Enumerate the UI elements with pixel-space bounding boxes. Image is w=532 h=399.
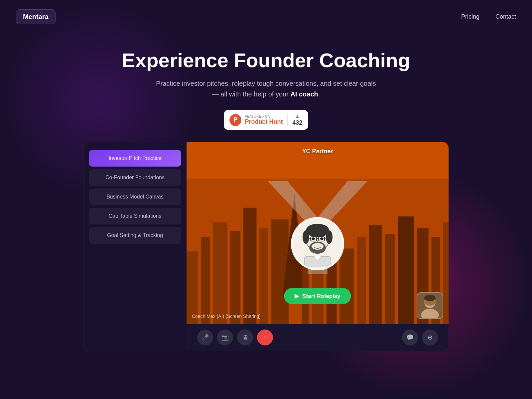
ph-featured-on: FEATURED ON: [245, 115, 270, 118]
sidebar-item-cap-table[interactable]: Cap Table Simulations: [89, 208, 181, 224]
ph-count: ▲ 432: [292, 113, 302, 126]
start-roleplay-button[interactable]: ▶ Start Roleplay: [284, 288, 351, 304]
ph-icon: P: [229, 114, 241, 126]
ph-label: Product Hunt: [245, 118, 283, 125]
hero-section: Experience Founder Coaching Practice inv…: [0, 34, 532, 142]
layers-icon: ⊕: [428, 334, 433, 341]
screen-share-button[interactable]: 🖥: [237, 330, 253, 345]
svg-point-24: [306, 224, 329, 237]
camera-icon: 📷: [221, 334, 229, 341]
end-call-button[interactable]: ↑: [257, 330, 273, 345]
svg-rect-5: [243, 207, 256, 324]
sidebar-item-goal-setting[interactable]: Goal Setting & Tracking: [89, 227, 181, 244]
svg-point-40: [424, 295, 436, 301]
chat-icon: 💬: [406, 334, 414, 341]
user-avatar: [417, 292, 443, 319]
svg-rect-4: [230, 231, 241, 324]
svg-point-26: [326, 230, 332, 244]
coach-avatar: [291, 217, 344, 270]
svg-rect-2: [201, 237, 210, 324]
main-content: YC Partner: [187, 142, 449, 351]
svg-point-25: [303, 230, 309, 244]
screen-icon: 🖥: [242, 334, 248, 341]
hero-subtitle: Practice investor pitches, roleplay toug…: [7, 78, 525, 99]
svg-rect-6: [259, 228, 268, 324]
sidebar: Investor Pitch Practice Co-Founder Found…: [83, 142, 187, 351]
sidebar-item-investor-pitch[interactable]: Investor Pitch Practice: [89, 150, 181, 167]
svg-point-35: [312, 243, 324, 250]
logo[interactable]: Mentara: [16, 9, 56, 24]
svg-point-27: [312, 237, 315, 240]
mic-icon: 🎤: [201, 334, 209, 341]
camera-button[interactable]: 📷: [217, 330, 233, 345]
app-container: Investor Pitch Practice Co-Founder Found…: [83, 142, 449, 351]
sidebar-item-business-model[interactable]: Business Model Canvas: [89, 189, 181, 205]
video-area: YC Partner: [187, 142, 449, 324]
ph-divider: [287, 114, 288, 126]
ph-arrow-icon: ▲: [295, 113, 300, 119]
product-hunt-badge[interactable]: P FEATURED ON Product Hunt ▲ 432: [224, 110, 308, 130]
mute-button[interactable]: 🎤: [197, 330, 213, 345]
nav: Pricing Contact: [461, 13, 516, 20]
layers-button[interactable]: ⊕: [422, 330, 438, 345]
ph-number: 432: [292, 119, 302, 126]
yc-partner-label: YC Partner: [302, 148, 333, 155]
nav-pricing[interactable]: Pricing: [461, 13, 479, 20]
end-icon: ↑: [263, 334, 267, 341]
controls-bar: 🎤 📷 🖥 ↑ 💬 ⊕: [187, 324, 449, 351]
svg-rect-16: [398, 216, 414, 324]
hero-title: Experience Founder Coaching: [7, 50, 525, 71]
controls-left: 🎤 📷 🖥 ↑: [197, 330, 273, 345]
start-roleplay-label: Start Roleplay: [302, 293, 340, 300]
svg-point-28: [320, 237, 324, 240]
play-icon: ▶: [295, 293, 299, 300]
person-sketch: [294, 220, 341, 267]
svg-rect-14: [369, 225, 382, 324]
svg-rect-19: [443, 222, 449, 324]
svg-rect-3: [213, 222, 227, 324]
controls-right: 💬 ⊕: [402, 330, 438, 345]
chat-button[interactable]: 💬: [402, 330, 418, 345]
svg-rect-15: [385, 234, 395, 324]
coach-label: Coach Max (AI) (Screen Sharing): [192, 314, 261, 319]
nav-contact[interactable]: Contact: [495, 13, 516, 20]
header: Mentara Pricing Contact: [0, 0, 532, 34]
sidebar-item-cofounder[interactable]: Co-Founder Foundations: [89, 169, 181, 186]
